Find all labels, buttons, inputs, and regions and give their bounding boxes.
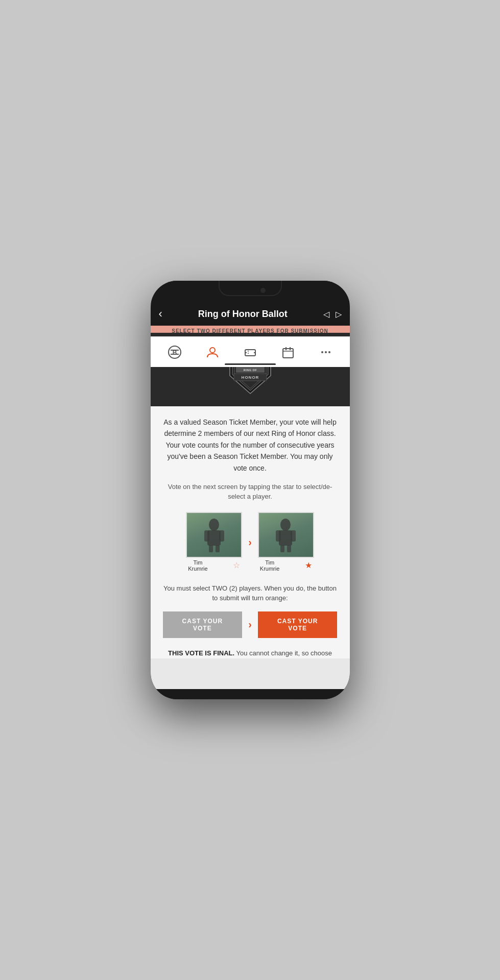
cast-vote-button-active[interactable]: CAST YOUR VOTE (258, 611, 338, 638)
prev-button[interactable]: ◁ (323, 309, 329, 319)
next-button[interactable]: ▷ (336, 309, 342, 319)
tab-more[interactable] (307, 337, 345, 367)
star-filled-icon[interactable]: ★ (305, 560, 312, 570)
header-nav: ◁ ▷ (323, 309, 342, 319)
svg-point-41 (328, 351, 330, 353)
svg-point-40 (325, 351, 327, 353)
tab-account[interactable] (194, 337, 231, 367)
page-title: Ring of Honor Ballot (162, 309, 323, 320)
player-card-selected: Tim Krumrie ★ (258, 512, 314, 573)
tab-bar: B (151, 336, 350, 367)
player-info-right: Tim Krumrie ★ (258, 558, 314, 573)
player-examples: Tim Krumrie ☆ › (163, 512, 338, 573)
svg-point-39 (321, 351, 323, 353)
svg-rect-18 (209, 545, 213, 552)
player-silhouette-left (200, 517, 228, 553)
svg-rect-23 (291, 530, 296, 542)
bengals-logo-icon: B (168, 345, 182, 359)
phone-bottom-bar (151, 689, 350, 699)
intro-text: As a valued Season Ticket Member, your v… (163, 416, 338, 474)
svg-rect-22 (276, 530, 281, 542)
cast-vote-button-inactive[interactable]: CAST YOUR VOTE (163, 611, 243, 638)
svg-point-20 (280, 519, 291, 531)
home-indicator (225, 363, 276, 365)
player-info-left: Tim Krumrie ☆ (186, 558, 242, 573)
vote-instruction-text: You must select TWO (2) players. When yo… (163, 583, 338, 603)
tab-tickets[interactable] (231, 337, 269, 367)
app-header: ‹ Ring of Honor Ballot ◁ ▷ (151, 302, 350, 326)
final-warning-text: THIS VOTE IS FINAL. You cannot change it… (163, 648, 338, 658)
tab-schedule[interactable] (269, 337, 307, 367)
player-silhouette-right (272, 517, 300, 553)
player-photo-left (186, 512, 242, 558)
vote-buttons-container: CAST YOUR VOTE › CAST YOUR VOTE (163, 611, 338, 638)
camera-icon (260, 288, 266, 293)
svg-text:RING OF: RING OF (243, 369, 257, 372)
arrow-right-icon: › (248, 536, 252, 548)
svg-point-14 (209, 519, 219, 531)
player-name-left: Tim Krumrie (188, 559, 208, 572)
phone-frame: ‹ Ring of Honor Ballot ◁ ▷ SELECT TWO DI… (151, 281, 350, 699)
player-card-unselected: Tim Krumrie ☆ (186, 512, 242, 573)
arrow-right-icon-2: › (248, 619, 252, 630)
svg-point-30 (210, 348, 215, 353)
player-name-right: Tim Krumrie (260, 559, 280, 572)
phone-notch (151, 281, 350, 302)
player-photo-right (258, 512, 314, 558)
svg-rect-35 (283, 349, 293, 358)
tab-home[interactable]: B (156, 337, 194, 367)
modal-body: As a valued Season Ticket Member, your v… (151, 406, 350, 658)
star-empty-icon[interactable]: ☆ (233, 560, 240, 570)
ticket-icon (244, 346, 257, 359)
instruction-modal: RING OF HONOR BENGALS As a valued Season… (151, 333, 350, 658)
svg-rect-19 (216, 545, 220, 552)
final-warning-bold: THIS VOTE IS FINAL. (168, 649, 234, 657)
svg-rect-25 (287, 545, 291, 552)
svg-text:HONOR: HONOR (241, 375, 259, 380)
back-button[interactable]: ‹ (159, 307, 162, 321)
svg-rect-24 (280, 545, 284, 552)
account-icon (206, 346, 219, 359)
calendar-icon (281, 346, 295, 359)
instruction-text: Vote on the next screen by tapping the s… (163, 482, 338, 502)
phone-screen: ‹ Ring of Honor Ballot ◁ ▷ SELECT TWO DI… (151, 302, 350, 689)
svg-rect-17 (219, 530, 224, 542)
more-icon (319, 346, 332, 359)
svg-rect-16 (204, 530, 209, 542)
modal-overlay: RING OF HONOR BENGALS As a valued Season… (151, 333, 350, 658)
